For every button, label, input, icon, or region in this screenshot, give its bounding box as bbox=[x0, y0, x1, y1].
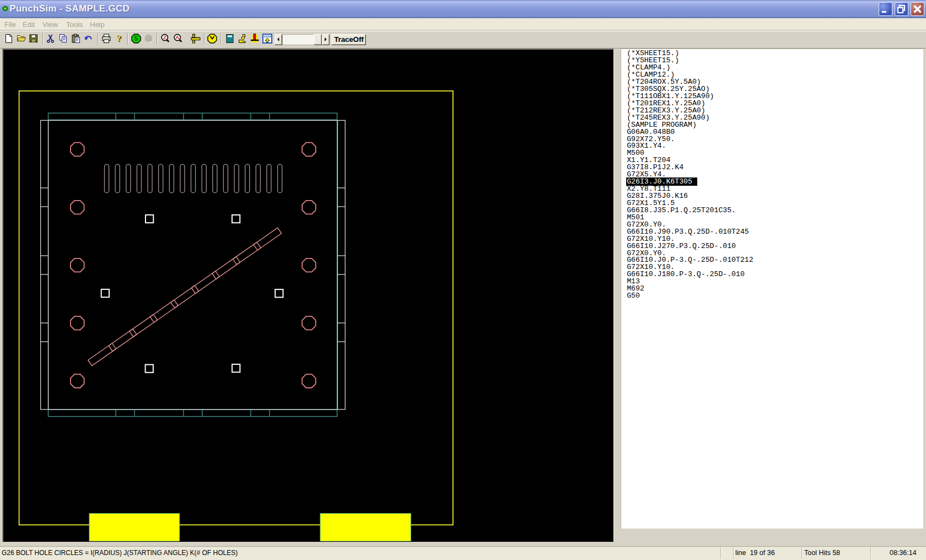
svg-text:Z: Z bbox=[163, 34, 166, 40]
svg-text:A: A bbox=[176, 34, 180, 40]
svg-text:?: ? bbox=[116, 34, 121, 44]
svg-text:S: S bbox=[133, 35, 138, 42]
